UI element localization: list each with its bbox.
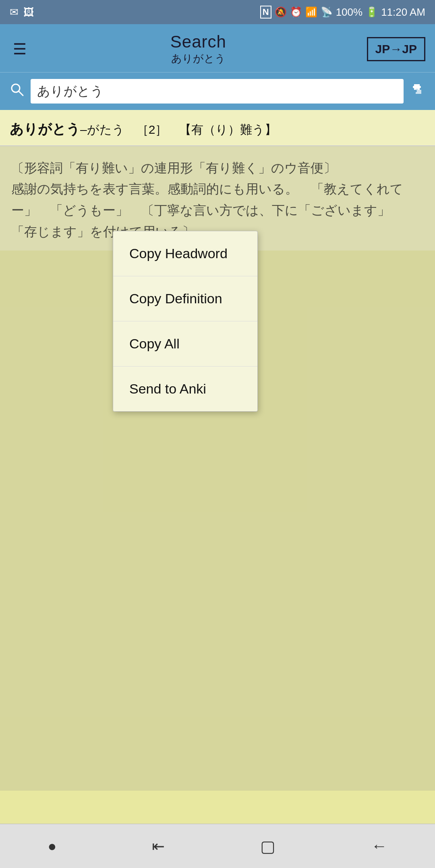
- home-icon: ▢: [260, 837, 276, 856]
- battery-text: 100%: [336, 6, 363, 19]
- wifi-icon: 📶: [305, 6, 317, 18]
- status-icons-left: ✉ 🖼: [10, 6, 34, 19]
- dot-icon: ●: [48, 838, 57, 855]
- headword-main: ありがとう: [10, 121, 80, 137]
- svg-line-1: [19, 91, 23, 95]
- search-input[interactable]: [31, 79, 404, 104]
- context-menu: Copy Headword Copy Definition Copy All S…: [113, 231, 258, 412]
- clock: 11:20 AM: [381, 6, 425, 19]
- nfc-icon: N: [260, 6, 271, 19]
- entry-area: ありがとう–がたう ［2］ 【有（り）難う】: [0, 110, 435, 146]
- entry-headword: ありがとう–がたう ［2］ 【有（り）難う】: [10, 120, 425, 139]
- search-bar: [0, 72, 435, 110]
- alarm-icon: ⏰: [290, 6, 302, 18]
- lang-switch-button[interactable]: JP→JP: [367, 37, 425, 61]
- nav-bar: ● ⇥ ▢ ←: [0, 824, 435, 868]
- nav-recent-button[interactable]: ⇥: [144, 833, 173, 860]
- nav-home-button[interactable]: ▢: [252, 832, 284, 860]
- back-icon: ←: [371, 837, 387, 855]
- nav-back-button[interactable]: ←: [363, 832, 395, 860]
- header-title: Search: [170, 32, 226, 52]
- headword-reading: –がたう ［2］ 【有（り）難う】: [80, 123, 277, 136]
- recent-icon: ⇥: [152, 837, 165, 855]
- header-subtitle: ありがとう: [171, 52, 226, 66]
- send-to-anki-item[interactable]: Send to Anki: [113, 367, 257, 411]
- copy-all-item[interactable]: Copy All: [113, 321, 257, 367]
- gmail-icon: ✉: [10, 6, 19, 19]
- content-area: 〔形容詞「有り難い」の連用形「有り難く」のウ音便〕感謝の気持ちを表す言葉。感動詞…: [0, 146, 435, 791]
- signal-icon: 📡: [321, 6, 333, 18]
- search-icon: [10, 82, 24, 100]
- copy-definition-item[interactable]: Copy Definition: [113, 276, 257, 321]
- status-bar: ✉ 🖼 N 🔕 ⏰ 📶 📡 100% 🔋 11:20 AM: [0, 0, 435, 24]
- mute-icon: 🔕: [275, 6, 287, 18]
- battery-icon: 🔋: [366, 6, 378, 18]
- puzzle-icon[interactable]: [410, 82, 425, 101]
- nav-dot-button[interactable]: ●: [40, 833, 65, 860]
- status-info-right: N 🔕 ⏰ 📶 📡 100% 🔋 11:20 AM: [260, 6, 425, 19]
- menu-button[interactable]: ☰: [10, 37, 30, 61]
- entry-body: 〔形容詞「有り難い」の連用形「有り難く」のウ音便〕感謝の気持ちを表す言葉。感動詞…: [11, 157, 424, 242]
- photo-icon: 🖼: [23, 6, 34, 19]
- header: ☰ Search ありがとう JP→JP: [0, 24, 435, 72]
- copy-headword-item[interactable]: Copy Headword: [113, 231, 257, 276]
- header-title-area: Search ありがとう: [30, 32, 367, 66]
